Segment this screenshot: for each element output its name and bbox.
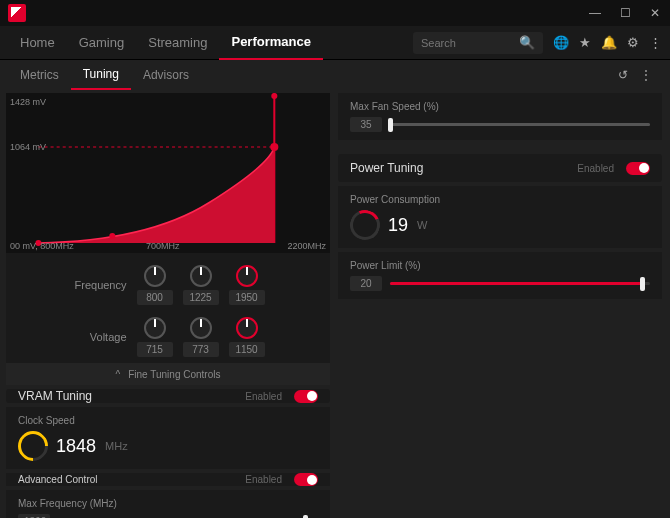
submenu-icon[interactable]: ⋮ (640, 68, 652, 82)
nav-gaming[interactable]: Gaming (67, 26, 137, 60)
clock-value: 1848 (56, 436, 96, 457)
power-limit-slider[interactable] (390, 282, 650, 285)
volt-val-3[interactable]: 1150 (229, 342, 265, 357)
power-gauge-icon (346, 206, 384, 244)
voltage-label: Voltage (72, 331, 127, 343)
nav-home[interactable]: Home (8, 26, 67, 60)
fine-tuning-label: Fine Tuning Controls (128, 369, 220, 380)
freq-knob-1[interactable] (144, 265, 166, 287)
y-mid-label: 1064 mV (10, 142, 46, 152)
search-input[interactable] (421, 37, 519, 49)
vram-toggle[interactable] (294, 390, 318, 403)
volt-val-2[interactable]: 773 (183, 342, 219, 357)
x-right-label: 2200MHz (287, 241, 326, 251)
tab-advisors[interactable]: Advisors (131, 60, 201, 90)
advanced-toggle[interactable] (294, 473, 318, 486)
max-fan-slider[interactable] (390, 123, 650, 126)
power-limit-value[interactable]: 20 (350, 276, 382, 291)
star-icon[interactable]: ★ (579, 35, 591, 50)
clock-gauge-icon (12, 425, 54, 467)
advanced-enabled-label: Enabled (245, 474, 282, 485)
power-cons-value: 19 (388, 215, 408, 236)
search-box[interactable]: 🔍 (413, 32, 543, 54)
window-close[interactable]: ✕ (640, 0, 670, 26)
volt-val-1[interactable]: 715 (137, 342, 173, 357)
bell-icon[interactable]: 🔔 (601, 35, 617, 50)
window-minimize[interactable]: — (580, 0, 610, 26)
tab-metrics[interactable]: Metrics (8, 60, 71, 90)
y-bot-label: 00 mV, 800MHz (10, 241, 74, 251)
y-top-label: 1428 mV (10, 97, 46, 107)
volt-knob-3[interactable] (236, 317, 258, 339)
clock-unit: MHz (105, 440, 128, 452)
nav-performance[interactable]: Performance (219, 26, 322, 60)
power-limit-label: Power Limit (%) (350, 260, 650, 271)
window-maximize[interactable]: ☐ (610, 0, 640, 26)
vf-curve-chart[interactable]: 1428 mV 1064 mV 00 mV, 800MHz 700MHz 220… (6, 93, 330, 253)
fine-tuning-toggle[interactable]: ^ Fine Tuning Controls (6, 363, 330, 385)
nav-streaming[interactable]: Streaming (136, 26, 219, 60)
power-toggle[interactable] (626, 162, 650, 175)
amd-logo (8, 4, 26, 22)
vram-title: VRAM Tuning (18, 389, 92, 403)
chevron-up-icon: ^ (116, 369, 121, 380)
freq-knob-3[interactable] (236, 265, 258, 287)
undo-icon[interactable]: ↺ (618, 68, 628, 82)
advanced-control-label: Advanced Control (18, 474, 98, 485)
power-cons-label: Power Consumption (350, 194, 650, 205)
svg-point-4 (270, 143, 278, 151)
vram-enabled-label: Enabled (245, 391, 282, 402)
frequency-label: Frequency (72, 279, 127, 291)
max-fan-value[interactable]: 35 (350, 117, 382, 132)
freq-val-2[interactable]: 1225 (183, 290, 219, 305)
clock-speed-label: Clock Speed (18, 415, 318, 426)
tab-tuning[interactable]: Tuning (71, 60, 131, 90)
power-title: Power Tuning (350, 161, 423, 175)
globe-icon[interactable]: 🌐 (553, 35, 569, 50)
freq-val-3[interactable]: 1950 (229, 290, 265, 305)
max-freq-value[interactable]: 1860 (18, 514, 50, 518)
freq-val-1[interactable]: 800 (137, 290, 173, 305)
max-freq-label: Max Frequency (MHz) (18, 498, 318, 509)
svg-point-5 (271, 93, 277, 99)
volt-knob-1[interactable] (144, 317, 166, 339)
power-enabled-label: Enabled (577, 163, 614, 174)
freq-knob-2[interactable] (190, 265, 212, 287)
more-icon[interactable]: ⋮ (649, 35, 662, 50)
volt-knob-2[interactable] (190, 317, 212, 339)
power-cons-unit: W (417, 219, 427, 231)
svg-point-3 (109, 233, 115, 239)
x-mid-label: 700MHz (146, 241, 180, 251)
max-fan-label: Max Fan Speed (%) (350, 101, 650, 112)
gear-icon[interactable]: ⚙ (627, 35, 639, 50)
search-icon[interactable]: 🔍 (519, 35, 535, 50)
